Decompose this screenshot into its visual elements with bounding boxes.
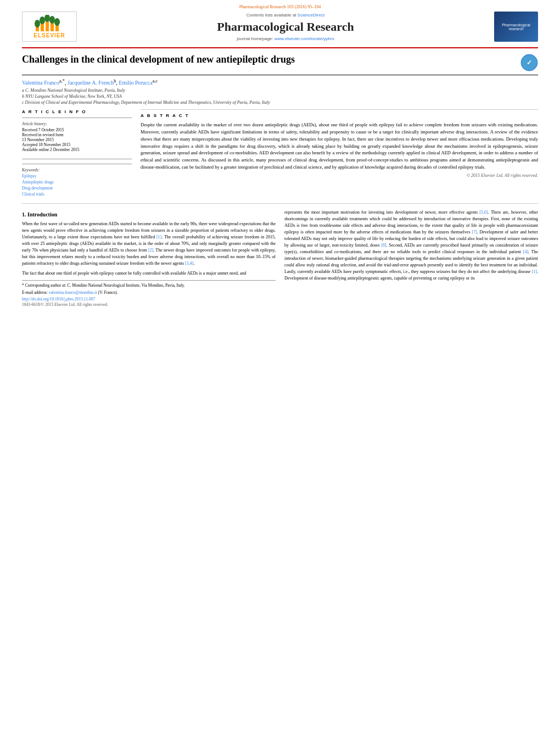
svg-point-8 (49, 16, 55, 24)
elsevier-tree-icon (33, 15, 66, 31)
cite-1[interactable]: [1] (156, 235, 161, 239)
journal-ref: Pharmacological Research 103 (2016) 95–1… (239, 4, 321, 9)
intro-heading: 1. Introduction (22, 211, 276, 217)
article-title-row: Challenges in the clinical development o… (22, 54, 538, 75)
contents-line: Contents lists available at ScienceDirec… (88, 13, 483, 18)
footnote-area: * Corresponding author at: C. Mondino Na… (22, 280, 276, 307)
cite-5-6[interactable]: [5,6] (479, 210, 488, 215)
author-emilio[interactable]: Emilio Perucca (119, 80, 152, 86)
history-group: Article history: Received 7 October 2015… (22, 121, 132, 152)
copyright-line: © 2015 Elsevier Ltd. All rights reserved… (141, 173, 538, 178)
authors-line: Valentina Francoa,*, Jacqueline A. Frenc… (22, 79, 538, 86)
homepage-line: journal homepage: www.elsevier.com/locat… (88, 36, 483, 41)
svg-point-5 (35, 20, 40, 27)
intro-paragraph2: The fact that about one third of people … (22, 270, 276, 277)
cite-2[interactable]: [2] (148, 248, 153, 253)
article-info-box: Article history: Received 7 October 2015… (22, 118, 132, 159)
email-link[interactable]: valentina.franco@mondino.it (49, 290, 97, 295)
keyword-3[interactable]: Drug development (22, 186, 132, 191)
article-info-label: A R T I C L E I N F O (22, 109, 132, 114)
article-area: Challenges in the clinical development o… (0, 48, 560, 313)
affiliation-c: c Division of Clinical and Experimental … (22, 100, 538, 105)
svg-point-7 (44, 15, 50, 22)
issn-line: 1043-6618/© 2015 Elsevier Ltd. All right… (22, 302, 276, 307)
affiliations: a C. Mondino National Neurological Insti… (22, 88, 538, 105)
article-info-col: A R T I C L E I N F O Article history: R… (22, 109, 132, 198)
received2: Received in revised form (22, 132, 132, 137)
keyword-2[interactable]: Antiepileptic drugs (22, 180, 132, 185)
journal-title: Pharmacological Research (88, 20, 483, 34)
intro-paragraph1: When the first wave of so-called new gen… (22, 221, 276, 267)
journal-header: Pharmacological Research 103 (2016) 95–1… (0, 0, 560, 44)
right-paragraph1: represents the most important motivation… (284, 209, 538, 282)
cite-4b[interactable]: [4] (523, 249, 528, 254)
affiliation-a: a C. Mondino National Neurological Insti… (22, 88, 538, 93)
authors-text: Valentina Francoa,*, Jacqueline A. Frenc… (22, 80, 158, 86)
sciencedirect-link[interactable]: ScienceDirect (298, 13, 324, 18)
header-top: ELSEVIER Contents lists available at Sci… (22, 12, 538, 42)
journal-thumbnail: Pharmacological research (494, 12, 538, 42)
homepage-url[interactable]: www.elsevier.com/locate/yphrs (275, 36, 334, 41)
author-valentina[interactable]: Valentina Franco (22, 80, 59, 86)
keyword-4[interactable]: Clinical trials (22, 192, 132, 197)
svg-text:✓: ✓ (527, 59, 532, 66)
cite-1b[interactable]: [1] (532, 269, 537, 274)
footnote-corresponding: * Corresponding author at: C. Mondino Na… (22, 283, 276, 289)
received2-date: 13 November 2015 (22, 137, 132, 142)
crossmark-icon: ✓ (520, 54, 538, 71)
svg-rect-3 (51, 23, 54, 31)
body-two-col: 1. Introduction When the first wave of s… (22, 209, 538, 307)
doi-line[interactable]: http://dx.doi.org/10.1016/j.phrs.2015.11… (22, 297, 276, 302)
body-left-col: 1. Introduction When the first wave of s… (22, 209, 276, 307)
abstract-col: A B S T R A C T Despite the current avai… (141, 109, 538, 198)
abstract-label: A B S T R A C T (141, 113, 538, 118)
keywords-label: Keywords: (22, 168, 132, 172)
keyword-1[interactable]: Epilepsy (22, 174, 132, 178)
accepted: Accepted 18 November 2015 (22, 142, 132, 147)
info-abstract-cols: A R T I C L E I N F O Article history: R… (22, 109, 538, 198)
cite-8[interactable]: [8] (381, 243, 386, 248)
history-label: Article history: (22, 121, 132, 126)
abstract-text: Despite the current availability in the … (141, 121, 538, 170)
cite-7[interactable]: [7] (472, 230, 477, 235)
svg-point-6 (40, 16, 45, 24)
keywords-box: Keywords: Epilepsy Antiepileptic drugs D… (22, 164, 132, 197)
journal-center: Contents lists available at ScienceDirec… (77, 13, 494, 41)
article-title: Challenges in the clinical development o… (22, 54, 515, 65)
page: Pharmacological Research 103 (2016) 95–1… (0, 0, 560, 742)
author-jacqueline[interactable]: Jacqueline A. French (68, 80, 114, 86)
affiliation-b: b NYU Langone School of Medicine, New Yo… (22, 94, 538, 99)
svg-point-9 (54, 18, 60, 26)
cite-3-4[interactable]: [3,4] (185, 261, 193, 266)
elsevier-logo-inner: ELSEVIER (33, 15, 66, 38)
footnote-email: E-mail address: valentina.franco@mondino… (22, 290, 276, 296)
section-divider (22, 203, 538, 204)
abstract-box: A B S T R A C T Despite the current avai… (141, 109, 538, 177)
elsevier-logo: ELSEVIER (22, 12, 77, 42)
available: Available online 2 December 2015 (22, 147, 132, 152)
body-right-col: represents the most important motivation… (284, 209, 538, 307)
svg-rect-1 (41, 23, 44, 31)
received1: Received 7 October 2015 (22, 127, 132, 132)
elsevier-text: ELSEVIER (33, 32, 65, 38)
